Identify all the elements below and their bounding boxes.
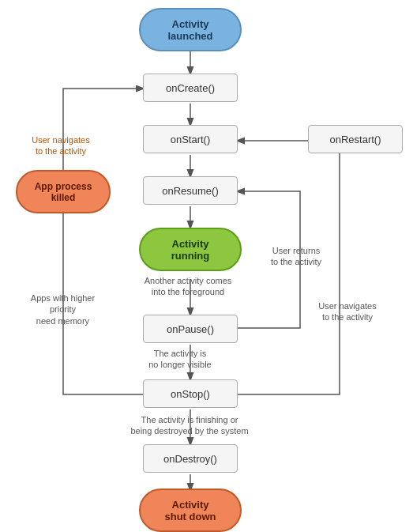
label-user-returns: User returns to the activity bbox=[261, 245, 332, 268]
on-create-node: onCreate() bbox=[143, 74, 238, 102]
activity-running-node: Activity running bbox=[139, 228, 242, 271]
activity-lifecycle-diagram: onRestart() App process killed Activity … bbox=[0, 0, 413, 532]
on-stop-node: onStop() bbox=[143, 379, 238, 408]
activity-launched-node: Activity launched bbox=[139, 8, 242, 51]
label-user-navigates: User navigates to the activity bbox=[17, 134, 104, 157]
app-process-killed-node: App process killed bbox=[16, 170, 111, 213]
on-destroy-node: onDestroy() bbox=[143, 444, 238, 473]
label-finishing-destroyed: The activity is finishing or being destr… bbox=[103, 414, 276, 437]
label-apps-higher-priority: Apps with higher priority need memory bbox=[17, 292, 108, 326]
activity-shut-down-node: Activity shut down bbox=[139, 489, 242, 532]
label-another-activity: Another activity comes into the foregrou… bbox=[125, 275, 251, 298]
label-no-longer-visible: The activity is no longer visible bbox=[125, 348, 235, 371]
on-resume-node: onResume() bbox=[143, 176, 238, 205]
on-start-node: onStart() bbox=[143, 125, 238, 153]
on-restart-node: onRestart() bbox=[308, 125, 403, 153]
on-pause-node: onPause() bbox=[143, 315, 238, 343]
label-user-navigates2: User navigates to the activity bbox=[308, 300, 387, 323]
